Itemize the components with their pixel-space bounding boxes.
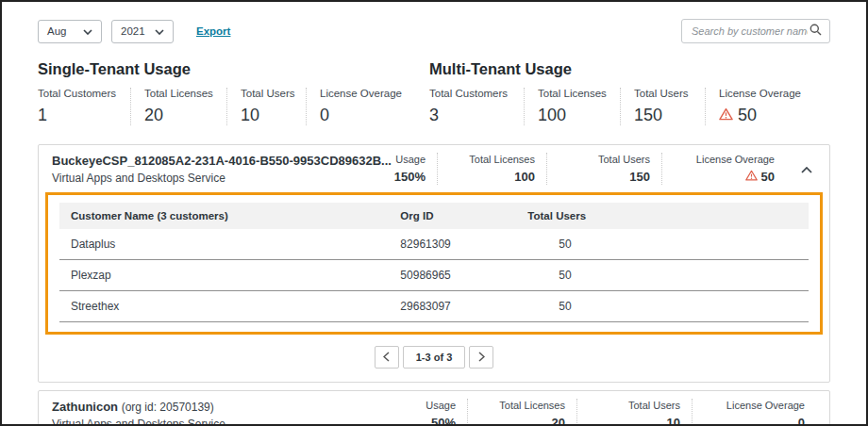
chevron-down-icon (155, 25, 164, 37)
stat-license-overage: License Overage 50 (705, 88, 810, 125)
stat-usage: Usage 50% (405, 399, 467, 426)
year-dropdown-value: 2021 (121, 25, 145, 37)
stat-total-users: Total Users 150 (620, 88, 705, 125)
tenant-card-header[interactable]: BuckeyeCSP_812085A2-231A-4016-B550-9953C… (39, 145, 829, 192)
cell-customer-name: Dataplus (59, 229, 389, 260)
collapse-tenant-button[interactable] (797, 153, 816, 185)
chevron-up-icon (801, 162, 812, 176)
customer-name: Zathunicon (org id: 20570139) (52, 400, 405, 414)
column-customer-name: Customer Name (3 customers) (59, 203, 389, 229)
cell-total-users: 50 (516, 260, 613, 291)
multi-tenant-section: Multi-Tenant Usage Total Customers 3 Tot… (429, 60, 810, 125)
stat-total-licenses: Total Licenses 100 (524, 88, 620, 125)
customer-card-stats: Usage 50% Total Licenses 20 Total Users … (405, 399, 816, 426)
expanded-customers-highlight: Customer Name (3 customers) Org ID Total… (45, 192, 823, 335)
multi-tenant-title: Multi-Tenant Usage (429, 60, 810, 78)
stat-total-licenses: Total Licenses 100 (437, 153, 546, 185)
stat-total-users: Total Users 150 (546, 153, 661, 185)
table-row: Dataplus 82961309 50 (59, 229, 809, 260)
stat-license-overage: License Overage 0 (692, 399, 816, 426)
customer-card-zathunicon: Zathunicon (org id: 20570139) Virtual Ap… (38, 390, 830, 426)
column-total-users: Total Users (516, 203, 613, 229)
table-row: Streethex 29683097 50 (59, 291, 809, 322)
search-input[interactable] (690, 25, 810, 38)
tenant-name: BuckeyeCSP_812085A2-231A-4016-B550-9953C… (52, 154, 375, 168)
chevron-down-icon (83, 25, 92, 37)
customer-card-header[interactable]: Zathunicon (org id: 20570139) Virtual Ap… (39, 391, 829, 426)
tenant-card-buckeyecsp: BuckeyeCSP_812085A2-231A-4016-B550-9953C… (38, 144, 830, 383)
month-dropdown[interactable]: Aug (38, 20, 102, 43)
chevron-right-icon (478, 351, 485, 365)
cell-org-id: 29683097 (389, 291, 516, 322)
single-tenant-title: Single-Tenant Usage (38, 60, 429, 78)
stat-total-users: Total Users 10 (226, 88, 306, 125)
app-window: Aug 2021 Export Single-Tenant Usage T (0, 0, 868, 426)
warning-triangle-icon (719, 106, 733, 125)
chevron-left-icon (383, 351, 390, 365)
stat-total-customers: Total Customers 1 (38, 88, 130, 125)
single-tenant-section: Single-Tenant Usage Total Customers 1 To… (38, 60, 429, 125)
cell-total-users: 50 (516, 229, 613, 260)
tenant-service-name: Virtual Apps and Desktops Service (52, 172, 375, 185)
pagination: 1-3 of 3 (39, 335, 829, 382)
cell-customer-name: Plexzap (59, 260, 389, 291)
customers-table-header-row: Customer Name (3 customers) Org ID Total… (59, 203, 809, 229)
pagination-prev-button[interactable] (375, 346, 399, 369)
pagination-range: 1-3 of 3 (403, 346, 466, 369)
pagination-next-button[interactable] (469, 346, 493, 369)
search-icon (810, 23, 822, 40)
column-org-id: Org ID (389, 203, 516, 229)
stat-total-customers: Total Customers 3 (429, 88, 524, 125)
customers-table: Customer Name (3 customers) Org ID Total… (59, 203, 809, 322)
export-link[interactable]: Export (196, 25, 230, 37)
tenant-card-stats: Usage 150% Total Licenses 100 Total User… (375, 153, 816, 185)
customer-org-id: (org id: 20570139) (122, 401, 214, 414)
stat-usage: Usage 150% (375, 153, 437, 185)
multi-tenant-stats: Total Customers 3 Total Licenses 100 Tot… (429, 88, 810, 125)
month-dropdown-value: Aug (47, 25, 66, 37)
cell-org-id: 50986965 (389, 260, 516, 291)
search-box[interactable] (681, 19, 830, 43)
cell-total-users: 50 (516, 291, 613, 322)
usage-summary: Single-Tenant Usage Total Customers 1 To… (38, 60, 830, 125)
year-dropdown[interactable]: 2021 (111, 20, 174, 43)
table-row: Plexzap 50986965 50 (59, 260, 809, 291)
stat-license-overage: License Overage 0 (306, 88, 409, 125)
toolbar: Aug 2021 Export (38, 19, 830, 43)
warning-triangle-icon (745, 170, 758, 184)
column-filler (614, 203, 809, 229)
stat-license-overage: License Overage 50 (661, 153, 786, 185)
stat-total-licenses: Total Licenses 20 (467, 399, 576, 426)
stat-total-licenses: Total Licenses 20 (130, 88, 226, 125)
stat-total-users: Total Users 10 (576, 399, 692, 426)
single-tenant-stats: Total Customers 1 Total Licenses 20 Tota… (38, 88, 429, 125)
customer-service-name: Virtual Apps and Desktops Service (52, 418, 405, 426)
cell-org-id: 82961309 (389, 229, 516, 260)
cell-customer-name: Streethex (59, 291, 389, 322)
